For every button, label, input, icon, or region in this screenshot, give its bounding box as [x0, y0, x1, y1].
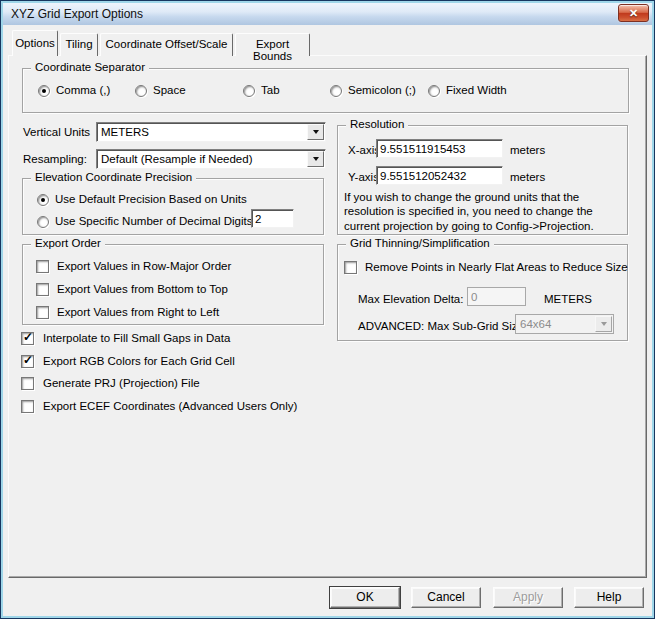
title-bar[interactable]: XYZ Grid Export Options ✕ [3, 3, 652, 25]
chevron-down-icon [313, 157, 319, 161]
radio-semicolon-label[interactable]: Semicolon (;) [348, 84, 416, 96]
checkbox-interpolate-gaps-label[interactable]: Interpolate to Fill Small Gaps in Data [43, 332, 230, 344]
checkbox-bottom-to-top[interactable] [36, 283, 49, 296]
radio-fixed-width-label[interactable]: Fixed Width [446, 84, 507, 96]
subgrid-dropdown-button [595, 316, 612, 332]
resampling-label: Resampling: [23, 153, 87, 165]
checkbox-remove-flat-points-label[interactable]: Remove Points in Nearly Flat Areas to Re… [365, 261, 628, 273]
checkbox-export-rgb-label[interactable]: Export RGB Colors for Each Grid Cell [43, 355, 235, 367]
radio-space-label[interactable]: Space [153, 84, 186, 96]
radio-tab-label[interactable]: Tab [261, 84, 280, 96]
resampling-select[interactable]: Default (Resample if Needed) [96, 149, 326, 169]
chevron-down-icon [601, 322, 607, 326]
checkbox-right-to-left-label[interactable]: Export Values from Right to Left [57, 306, 219, 318]
tab-coordinate-offset-scale[interactable]: Coordinate Offset/Scale [100, 33, 233, 56]
close-button[interactable]: ✕ [618, 4, 649, 22]
decimal-digits-input[interactable] [251, 209, 294, 228]
group-title: Grid Thinning/Simplification [346, 237, 494, 249]
check-icon: ✓ [23, 353, 33, 367]
checkbox-bottom-to-top-label[interactable]: Export Values from Bottom to Top [57, 283, 228, 295]
checkbox-export-ecef[interactable] [21, 400, 34, 413]
dialog-window: XYZ Grid Export Options ✕ Options Tiling… [0, 0, 655, 619]
subgrid-size-value: 64x64 [520, 318, 551, 330]
subgrid-size-select: 64x64 [515, 314, 614, 334]
resampling-value: Default (Resample if Needed) [101, 153, 253, 165]
checkbox-right-to-left[interactable] [36, 306, 49, 319]
dialog-body: Options Tiling Coordinate Offset/Scale E… [3, 25, 652, 616]
max-elevation-delta-input [467, 287, 526, 306]
radio-semicolon[interactable] [330, 85, 342, 97]
radio-specific-digits-label[interactable]: Use Specific Number of Decimal Digits: [55, 215, 256, 227]
tab-export-bounds[interactable]: Export Bounds [235, 33, 310, 56]
radio-default-precision[interactable] [37, 194, 49, 206]
checkbox-export-rgb[interactable]: ✓ [21, 355, 34, 368]
apply-button: Apply [493, 587, 563, 608]
vertical-units-label: Vertical Units [23, 126, 90, 138]
radio-tab[interactable] [243, 85, 255, 97]
checkbox-remove-flat-points[interactable] [344, 261, 357, 274]
subgrid-size-label: ADVANCED: Max Sub-Grid Size: [358, 320, 527, 332]
resampling-dropdown-button[interactable] [307, 151, 324, 167]
radio-fixed-width[interactable] [428, 85, 440, 97]
max-elevation-delta-units-label: METERS [544, 293, 592, 305]
checkbox-row-major[interactable] [36, 260, 49, 273]
group-title: Export Order [31, 237, 105, 249]
window-title: XYZ Grid Export Options [11, 7, 143, 21]
x-axis-units-label: meters [510, 144, 545, 156]
radio-space[interactable] [135, 85, 147, 97]
vertical-units-dropdown-button[interactable] [307, 124, 324, 140]
max-elevation-delta-label: Max Elevation Delta: [358, 293, 463, 305]
cancel-button[interactable]: Cancel [411, 587, 481, 608]
chevron-down-icon [313, 130, 319, 134]
x-axis-resolution-input[interactable] [376, 139, 503, 158]
radio-comma-label[interactable]: Comma (,) [56, 84, 110, 96]
resolution-note: If you wish to change the ground units t… [344, 190, 626, 233]
group-title: Elevation Coordinate Precision [31, 171, 196, 183]
vertical-units-select[interactable]: METERS [96, 122, 326, 142]
checkbox-interpolate-gaps[interactable]: ✓ [21, 332, 34, 345]
radio-comma[interactable] [38, 85, 50, 97]
radio-default-precision-label[interactable]: Use Default Precision Based on Units [55, 193, 247, 205]
checkbox-generate-prj-label[interactable]: Generate PRJ (Projection) File [43, 377, 200, 389]
check-icon: ✓ [23, 330, 33, 344]
y-axis-resolution-input[interactable] [376, 166, 503, 185]
group-title: Coordinate Separator [31, 61, 149, 73]
checkbox-export-ecef-label[interactable]: Export ECEF Coordinates (Advanced Users … [43, 400, 297, 412]
ok-button[interactable]: OK [330, 587, 400, 608]
group-coordinate-separator: Coordinate Separator [22, 68, 629, 113]
radio-specific-digits[interactable] [37, 216, 49, 228]
checkbox-row-major-label[interactable]: Export Values in Row-Major Order [57, 260, 231, 272]
close-icon: ✕ [629, 7, 638, 19]
tab-tiling[interactable]: Tiling [60, 33, 98, 56]
y-axis-units-label: meters [510, 171, 545, 183]
help-button[interactable]: Help [574, 587, 644, 608]
vertical-units-value: METERS [101, 126, 149, 138]
checkbox-generate-prj[interactable] [21, 377, 34, 390]
group-title: Resolution [346, 118, 408, 130]
tab-options[interactable]: Options [12, 30, 58, 56]
